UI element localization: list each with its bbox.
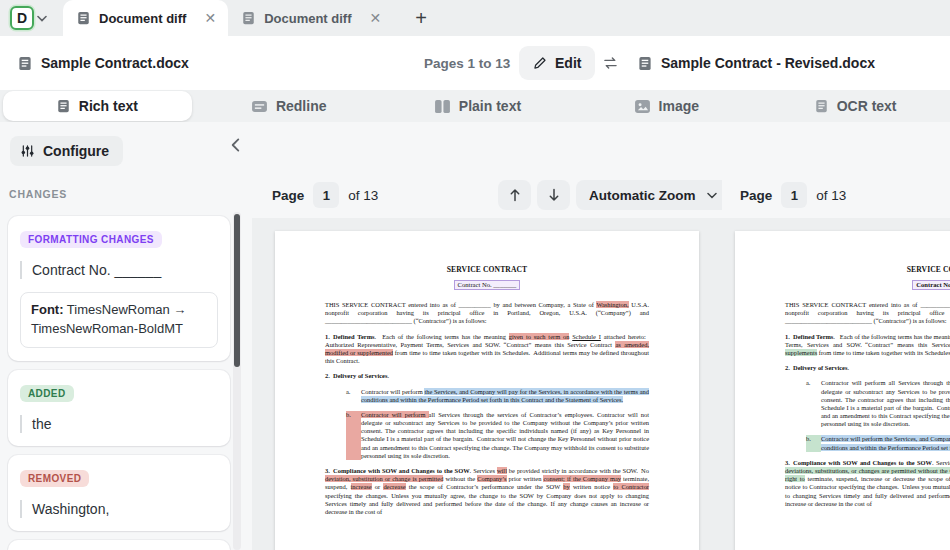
view-tab-label: OCR text <box>837 98 897 114</box>
app-logo-letter: D <box>17 10 27 26</box>
tab-document-diff-1[interactable]: Document diff ✕ <box>63 0 228 36</box>
doc-text: Contractor will perform <box>361 388 424 395</box>
left-document-viewport: SERVICE CONTRACTContract No. _______THIS… <box>252 218 722 550</box>
app-logo: D <box>10 6 34 30</box>
tab-label: Document diff <box>99 11 186 26</box>
doc-text: . <box>847 364 849 371</box>
doc-paragraph: 3. Compliance with SOW and Changes to th… <box>325 467 649 516</box>
tab-document-diff-2[interactable]: Document diff ✕ <box>228 0 393 36</box>
diff-highlight-blue[interactable]: Contractor will perform the Services, an… <box>821 435 950 450</box>
change-card-partial[interactable] <box>8 540 230 550</box>
configure-label: Configure <box>43 143 109 159</box>
app-logo-menu[interactable]: D <box>10 6 47 30</box>
change-text: the <box>20 415 218 433</box>
doc-text: Defined Terms <box>793 333 833 340</box>
configure-button[interactable]: Configure <box>10 136 123 166</box>
next-page-button[interactable] <box>537 180 570 210</box>
doc-text: without the <box>443 475 477 482</box>
collapse-sidebar-icon[interactable] <box>231 138 240 152</box>
diff-highlight-red[interactable]: to Contractor <box>613 483 649 490</box>
list-marker: b. <box>806 435 821 451</box>
diff-highlight-red[interactable]: decrease <box>383 483 405 490</box>
right-panel-toolbar: Page 1 of 13 <box>722 122 950 218</box>
change-text: Contract No. ______ <box>20 261 218 279</box>
swap-icon <box>602 57 619 70</box>
diff-highlight-red[interactable]: Washington, <box>596 301 628 308</box>
change-card-added[interactable]: ADDED the <box>8 370 230 446</box>
left-file: Sample Contract.docx <box>18 55 189 71</box>
page-number-input[interactable]: 1 <box>781 182 807 208</box>
changes-section-label: CHANGES <box>9 188 67 200</box>
font-detail-label: Font: <box>31 302 63 317</box>
removed-badge: REMOVED <box>20 470 89 487</box>
view-tab-label: Plain text <box>459 98 521 114</box>
right-page-control: Page 1 of 13 <box>740 180 846 210</box>
tab-plain-text[interactable]: Plain text <box>384 90 573 122</box>
document-icon <box>242 11 255 25</box>
diff-highlight-red[interactable]: increase <box>351 483 372 490</box>
main-area: Configure CHANGES FORMATTING CHANGES Con… <box>0 122 950 550</box>
close-icon[interactable]: ✕ <box>370 11 382 25</box>
list-marker: a. <box>806 379 821 428</box>
right-file: Sample Contract - Revised.docx <box>638 55 875 71</box>
right-document-panel: Page 1 of 13 SERVICE CONTRACTContract No… <box>722 122 950 550</box>
zoom-dropdown[interactable]: Automatic Zoom <box>576 180 722 210</box>
ocr-text-icon <box>815 99 828 113</box>
doc-paragraph: 1. Defined Terms. Each of the following … <box>785 333 950 358</box>
doc-paragraph: b.Contractor will perform the Services, … <box>806 435 950 451</box>
sidebar-scrollbar[interactable] <box>233 212 241 550</box>
diff-highlight-red[interactable]: Company’s <box>477 475 506 482</box>
contract-no-formatting-highlight[interactable]: Contract No. _______ <box>912 280 950 290</box>
tab-image[interactable]: Image <box>572 90 761 122</box>
left-file-name: Sample Contract.docx <box>41 55 189 71</box>
doc-text: . Each of the following terms has the me… <box>833 333 950 340</box>
right-file-name: Sample Contract - Revised.docx <box>661 55 875 71</box>
page-number-input[interactable]: 1 <box>313 182 339 208</box>
arrow-down-icon <box>548 188 560 202</box>
doc-text: . <box>387 372 389 379</box>
doc-text: be provided strictly in accordance with … <box>507 467 649 474</box>
doc-paragraph: 1. Defined Terms. Each of the following … <box>325 333 649 366</box>
edit-button[interactable]: Edit <box>519 46 595 80</box>
doc-text: . Services to be provided strictly in ac… <box>932 459 950 466</box>
swap-documents-button[interactable] <box>602 57 619 70</box>
view-tab-label: Redline <box>276 98 327 114</box>
tab-ocr-text[interactable]: OCR text <box>761 90 950 122</box>
tab-rich-text[interactable]: Rich text <box>3 91 192 121</box>
doc-text: all Services through the services of Con… <box>361 411 649 459</box>
doc-text: from time to time taken together with it… <box>817 349 950 356</box>
change-card-removed[interactable]: REMOVED Washington, <box>8 455 230 531</box>
change-card-formatting[interactable]: FORMATTING CHANGES Contract No. ______ F… <box>8 216 230 361</box>
page-count-label: of 13 <box>348 188 378 203</box>
diff-highlight-red[interactable]: consent; if the Company may <box>543 475 621 482</box>
previous-page-button[interactable] <box>498 180 531 210</box>
left-panel-toolbar: Page 1 of 13 <box>252 122 722 218</box>
diff-highlight-red[interactable]: Contractor will perform <box>361 411 429 418</box>
tab-redline[interactable]: Redline <box>195 90 384 122</box>
close-icon[interactable]: ✕ <box>204 11 216 25</box>
left-document-page: SERVICE CONTRACTContract No. _______THIS… <box>275 231 699 550</box>
chevron-down-icon[interactable] <box>37 15 47 22</box>
doc-text: Defined Terms <box>333 333 374 340</box>
doc-text: Compliance with SOW and Changes to the S… <box>333 467 470 474</box>
new-tab-icon[interactable]: + <box>415 7 427 30</box>
left-page-control: Page 1 of 13 <box>272 180 378 210</box>
diff-highlight-red[interactable]: deviation, substitution or change is per… <box>325 475 443 482</box>
edit-button-label: Edit <box>555 55 581 71</box>
image-icon <box>635 100 650 113</box>
document-icon <box>77 11 90 25</box>
page-nav-buttons <box>498 180 570 210</box>
page-count-label: of 13 <box>816 188 846 203</box>
diff-highlight-red[interactable]: given to such term on <box>509 333 570 340</box>
doc-text: or <box>372 483 384 490</box>
doc-paragraph: b.Contractor will perform all Services t… <box>346 411 649 460</box>
contract-no-formatting-highlight[interactable]: Contract No. _______ <box>454 280 521 290</box>
changes-list: FORMATTING CHANGES Contract No. ______ F… <box>8 216 230 550</box>
document-icon <box>638 56 652 71</box>
view-tab-label: Rich text <box>79 98 138 114</box>
diff-highlight-red[interactable]: will <box>497 467 507 474</box>
view-tab-label: Image <box>659 98 699 114</box>
page-label: Page <box>272 188 304 203</box>
sidebar-scrollbar-thumb[interactable] <box>234 214 240 367</box>
doc-text: Delivery of Services <box>793 364 847 371</box>
